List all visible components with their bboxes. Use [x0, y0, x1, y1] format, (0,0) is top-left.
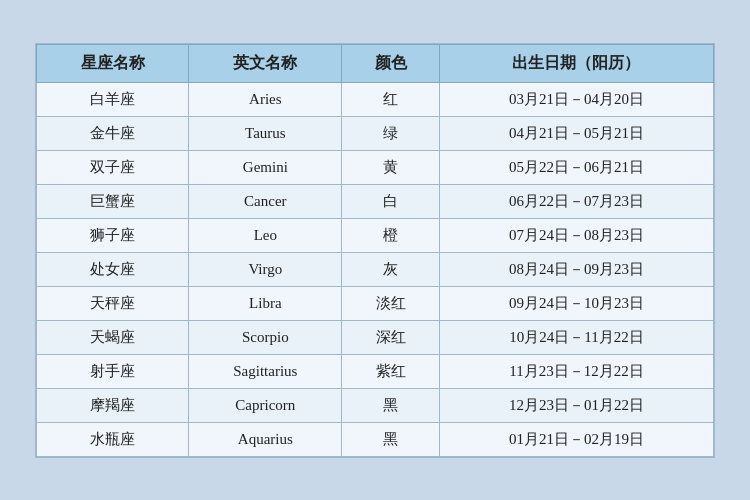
table-body: 白羊座Aries红03月21日－04月20日金牛座Taurus绿04月21日－0…	[37, 82, 714, 456]
col-header-color: 颜色	[342, 44, 440, 82]
cell-chinese: 天秤座	[37, 286, 189, 320]
cell-chinese: 水瓶座	[37, 422, 189, 456]
cell-dates: 06月22日－07月23日	[439, 184, 713, 218]
cell-dates: 07月24日－08月23日	[439, 218, 713, 252]
cell-chinese: 金牛座	[37, 116, 189, 150]
cell-color: 深红	[342, 320, 440, 354]
cell-color: 绿	[342, 116, 440, 150]
col-header-chinese: 星座名称	[37, 44, 189, 82]
cell-chinese: 处女座	[37, 252, 189, 286]
cell-color: 橙	[342, 218, 440, 252]
cell-chinese: 狮子座	[37, 218, 189, 252]
cell-english: Gemini	[189, 150, 342, 184]
table-row: 处女座Virgo灰08月24日－09月23日	[37, 252, 714, 286]
cell-color: 黑	[342, 388, 440, 422]
cell-english: Taurus	[189, 116, 342, 150]
cell-color: 红	[342, 82, 440, 116]
cell-english: Sagittarius	[189, 354, 342, 388]
cell-dates: 05月22日－06月21日	[439, 150, 713, 184]
cell-dates: 09月24日－10月23日	[439, 286, 713, 320]
cell-chinese: 白羊座	[37, 82, 189, 116]
zodiac-table: 星座名称 英文名称 颜色 出生日期（阳历） 白羊座Aries红03月21日－04…	[36, 44, 714, 457]
cell-dates: 01月21日－02月19日	[439, 422, 713, 456]
cell-english: Libra	[189, 286, 342, 320]
cell-dates: 08月24日－09月23日	[439, 252, 713, 286]
col-header-english: 英文名称	[189, 44, 342, 82]
cell-color: 白	[342, 184, 440, 218]
cell-english: Scorpio	[189, 320, 342, 354]
cell-color: 灰	[342, 252, 440, 286]
table-row: 摩羯座Capricorn黑12月23日－01月22日	[37, 388, 714, 422]
table-row: 射手座Sagittarius紫红11月23日－12月22日	[37, 354, 714, 388]
cell-color: 黄	[342, 150, 440, 184]
table-row: 巨蟹座Cancer白06月22日－07月23日	[37, 184, 714, 218]
col-header-dates: 出生日期（阳历）	[439, 44, 713, 82]
table-row: 金牛座Taurus绿04月21日－05月21日	[37, 116, 714, 150]
cell-english: Aries	[189, 82, 342, 116]
cell-color: 紫红	[342, 354, 440, 388]
cell-chinese: 巨蟹座	[37, 184, 189, 218]
table-row: 双子座Gemini黄05月22日－06月21日	[37, 150, 714, 184]
cell-dates: 10月24日－11月22日	[439, 320, 713, 354]
cell-dates: 03月21日－04月20日	[439, 82, 713, 116]
cell-chinese: 双子座	[37, 150, 189, 184]
cell-dates: 12月23日－01月22日	[439, 388, 713, 422]
cell-english: Capricorn	[189, 388, 342, 422]
cell-english: Leo	[189, 218, 342, 252]
cell-english: Aquarius	[189, 422, 342, 456]
table-row: 天秤座Libra淡红09月24日－10月23日	[37, 286, 714, 320]
cell-chinese: 天蝎座	[37, 320, 189, 354]
cell-chinese: 摩羯座	[37, 388, 189, 422]
cell-english: Virgo	[189, 252, 342, 286]
table-row: 狮子座Leo橙07月24日－08月23日	[37, 218, 714, 252]
cell-color: 淡红	[342, 286, 440, 320]
table-header-row: 星座名称 英文名称 颜色 出生日期（阳历）	[37, 44, 714, 82]
cell-dates: 04月21日－05月21日	[439, 116, 713, 150]
table-row: 水瓶座Aquarius黑01月21日－02月19日	[37, 422, 714, 456]
cell-dates: 11月23日－12月22日	[439, 354, 713, 388]
cell-chinese: 射手座	[37, 354, 189, 388]
table-row: 天蝎座Scorpio深红10月24日－11月22日	[37, 320, 714, 354]
cell-color: 黑	[342, 422, 440, 456]
cell-english: Cancer	[189, 184, 342, 218]
zodiac-table-container: 星座名称 英文名称 颜色 出生日期（阳历） 白羊座Aries红03月21日－04…	[35, 43, 715, 458]
table-row: 白羊座Aries红03月21日－04月20日	[37, 82, 714, 116]
